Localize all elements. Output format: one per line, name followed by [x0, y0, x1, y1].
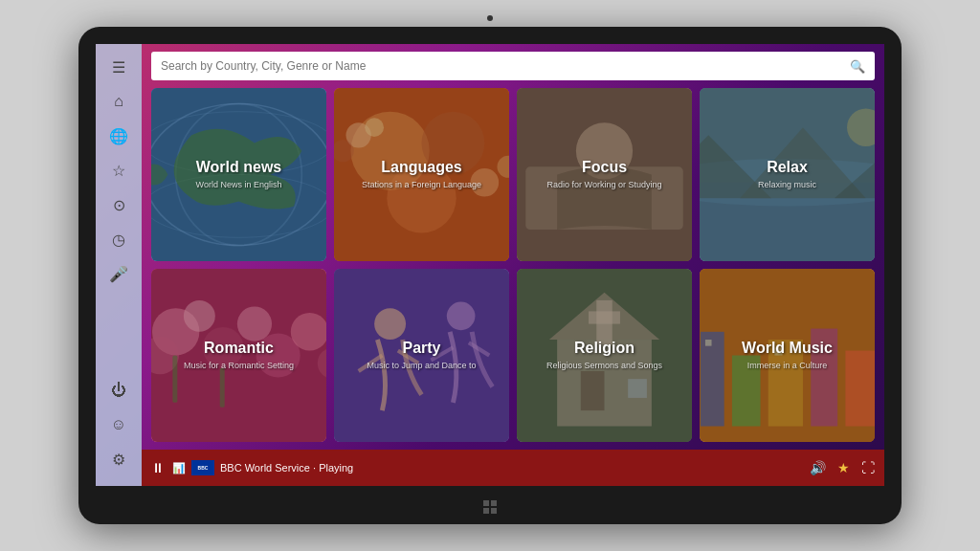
- player-controls: ⏸ 📊: [151, 460, 186, 475]
- card-party-title: Party: [402, 340, 440, 357]
- svg-rect-60: [491, 508, 497, 514]
- card-party[interactable]: Party Music to Jump and Dance to: [334, 269, 509, 442]
- cards-grid: World news World News in English: [142, 88, 884, 450]
- station-name: BBC World Service: [220, 462, 310, 474]
- sidebar-podcast-icon[interactable]: ⊙: [103, 189, 134, 220]
- tablet-screen: ☰ ⌂ 🌐 ☆ ⊙ ◷ 🎤: [96, 44, 884, 486]
- player-info: BBC World Service · Playing: [220, 462, 353, 474]
- card-relax[interactable]: Relax Relaxing music: [700, 88, 875, 261]
- equalizer-icon: 📊: [172, 462, 186, 474]
- card-languages-subtitle: Stations in a Foreign Language: [362, 180, 481, 191]
- sidebar-favorites-icon[interactable]: ☆: [103, 155, 134, 186]
- fullscreen-button[interactable]: ⛶: [861, 460, 875, 475]
- card-world-music-subtitle: Immerse in a Culture: [747, 361, 828, 372]
- sidebar-menu-icon[interactable]: ☰: [103, 52, 134, 82]
- card-religion[interactable]: Religion Religious Sermons and Songs: [517, 269, 692, 442]
- sidebar-power-icon[interactable]: ⏻: [103, 375, 134, 406]
- sidebar-microphone-icon[interactable]: 🎤: [103, 258, 134, 289]
- card-languages-title: Languages: [381, 159, 461, 176]
- sidebar-globe-icon[interactable]: 🌐: [103, 121, 134, 151]
- main-content: 🔍: [142, 44, 884, 486]
- search-input-wrapper[interactable]: 🔍: [151, 52, 875, 80]
- card-world-news[interactable]: World news World News in English: [151, 88, 326, 261]
- card-focus-subtitle: Radio for Working or Studying: [547, 180, 662, 191]
- card-party-subtitle: Music to Jump and Dance to: [367, 361, 476, 372]
- card-world-music[interactable]: World Music Immerse in a Culture: [700, 269, 875, 442]
- svg-rect-57: [483, 500, 489, 506]
- card-romantic[interactable]: Romantic Music for a Romantic Setting: [151, 269, 326, 442]
- card-religion-subtitle: Religious Sermons and Songs: [546, 361, 662, 372]
- card-world-music-content: World Music Immerse in a Culture: [700, 269, 875, 442]
- card-romantic-title: Romantic: [204, 340, 274, 357]
- card-romantic-subtitle: Music for a Romantic Setting: [184, 361, 294, 372]
- card-focus[interactable]: Focus Radio for Working or Studying: [517, 88, 692, 261]
- card-religion-title: Religion: [574, 340, 635, 357]
- svg-rect-58: [491, 500, 497, 506]
- sidebar-history-icon[interactable]: ◷: [103, 224, 134, 254]
- card-religion-content: Religion Religious Sermons and Songs: [517, 269, 692, 442]
- card-languages[interactable]: Languages Stations in a Foreign Language: [334, 88, 509, 261]
- card-world-news-content: World news World News in English: [151, 88, 326, 261]
- svg-rect-59: [483, 508, 489, 514]
- card-languages-content: Languages Stations in a Foreign Language: [334, 88, 509, 261]
- search-icon: 🔍: [850, 59, 865, 74]
- card-relax-content: Relax Relaxing music: [700, 88, 875, 261]
- windows-button[interactable]: [480, 497, 500, 517]
- favorite-button[interactable]: ★: [837, 460, 850, 475]
- card-relax-title: Relax: [767, 159, 808, 176]
- card-romantic-content: Romantic Music for a Romantic Setting: [151, 269, 326, 442]
- player-right-controls: 🔊 ★ ⛶: [810, 460, 875, 475]
- card-focus-content: Focus Radio for Working or Studying: [517, 88, 692, 261]
- search-bar-container: 🔍: [142, 44, 884, 88]
- player-bar: ⏸ 📊 BBC BBC World Service · Playing 🔊 ★: [142, 450, 884, 486]
- card-focus-title: Focus: [582, 159, 627, 176]
- card-party-content: Party Music to Jump and Dance to: [334, 269, 509, 442]
- search-input[interactable]: [161, 59, 850, 73]
- sidebar-settings-icon[interactable]: ⚙: [103, 444, 134, 474]
- player-status: Playing: [319, 462, 353, 474]
- tablet-device: ☰ ⌂ 🌐 ☆ ⊙ ◷ 🎤: [78, 27, 902, 524]
- pause-button[interactable]: ⏸: [151, 460, 165, 475]
- app-container: ☰ ⌂ 🌐 ☆ ⊙ ◷ 🎤: [96, 44, 884, 486]
- station-logo: BBC: [191, 460, 214, 475]
- card-relax-subtitle: Relaxing music: [758, 180, 816, 191]
- card-world-music-title: World Music: [742, 340, 833, 357]
- volume-icon[interactable]: 🔊: [810, 460, 826, 475]
- sidebar-emoji-icon[interactable]: ☺: [103, 409, 134, 440]
- card-world-news-subtitle: World News in English: [196, 180, 282, 191]
- sidebar: ☰ ⌂ 🌐 ☆ ⊙ ◷ 🎤: [96, 44, 142, 486]
- sidebar-home-icon[interactable]: ⌂: [103, 86, 134, 117]
- card-world-news-title: World news: [196, 159, 282, 176]
- camera: [487, 15, 493, 21]
